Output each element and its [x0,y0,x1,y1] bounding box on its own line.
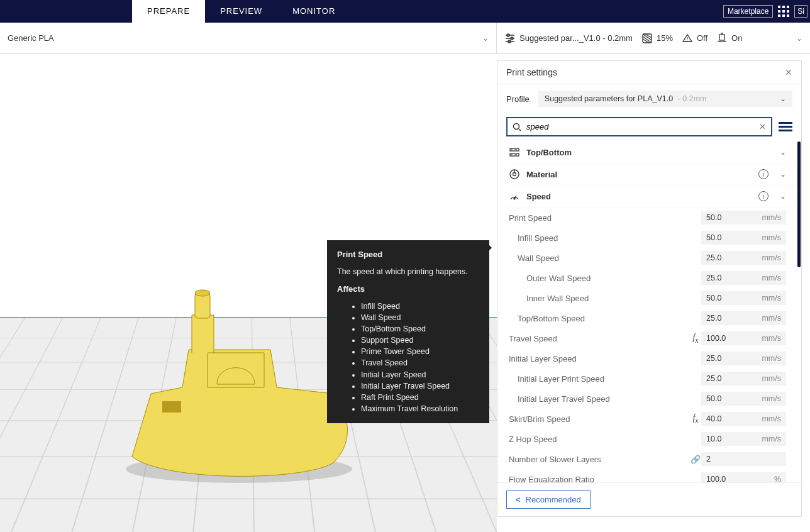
setting-value-input[interactable]: 50.0mm/s [701,231,786,245]
top-navigation: PREPARE PREVIEW MONITOR Marketplace Si [0,0,810,23]
profile-selector[interactable]: Suggested parameters for PLA_V1.0 - 0.2m… [538,91,792,107]
adhesion-value: On [731,33,742,43]
section-label: Speed [526,192,752,201]
scrollbar[interactable] [797,141,801,267]
close-icon[interactable]: ✕ [785,67,792,77]
support-quick[interactable]: Off [682,33,707,44]
infill-quick[interactable]: 15% [641,33,673,44]
setting-value-input[interactable]: 25.0mm/s [701,372,786,385]
setting-value-input[interactable]: 100.0% [701,472,786,482]
adhesion-quick[interactable]: On [716,33,742,44]
section-top-bottom[interactable]: Top/Bottom ⌄ [506,141,797,163]
material-selector[interactable]: Generic PLA ⌄ [0,23,497,53]
top-bottom-icon [509,147,520,158]
setting-row: Initial Layer Print Speed25.0mm/s [506,369,797,389]
profile-quick-label: Suggested par..._V1.0 - 0.2mm [519,33,633,43]
info-icon[interactable]: i [758,169,768,179]
setting-row: Top/Bottom Speed25.0mm/s [506,308,797,328]
toolbar: Generic PLA ⌄ Suggested par..._V1.0 - 0.… [0,23,810,54]
chevron-left-icon: < [516,495,521,504]
tooltip-affects-item: Prime Tower Speed [361,346,479,357]
setting-label: Skirt/Brim Speed [509,414,690,424]
section-label: Material [526,170,752,179]
formula-icon[interactable]: fx [690,413,701,425]
apps-grid-icon[interactable] [777,4,791,18]
section-material[interactable]: Material i ⌄ [506,163,797,186]
svg-point-26 [514,198,515,199]
material-icon [509,169,520,180]
setting-value-input[interactable]: 50.0mm/s [701,211,786,224]
clear-search-icon[interactable]: ✕ [759,122,766,131]
chevron-down-icon: ⌄ [780,192,786,201]
setting-value-input[interactable]: 40.0mm/s [701,412,786,426]
section-label: Top/Bottom [526,148,774,157]
setting-row: Initial Layer Travel Speed50.0mm/s [506,389,797,409]
setting-label: Z Hop Speed [509,435,690,444]
search-input[interactable] [526,122,754,131]
setting-value-input[interactable]: 25.0mm/s [701,352,786,365]
svg-point-16 [514,123,519,129]
print-overrides-bar[interactable]: Suggested par..._V1.0 - 0.2mm 15% Off On… [497,23,810,53]
setting-value-input[interactable]: 25.0mm/s [701,251,786,265]
setting-row: Skirt/Brim Speedfx40.0mm/s [506,409,797,429]
infill-value: 15% [657,33,673,43]
tab-monitor[interactable]: MONITOR [277,0,350,23]
setting-label: Wall Speed [509,253,690,263]
setting-label: Print Speed [509,213,690,223]
profile-quick[interactable]: Suggested par..._V1.0 - 0.2mm [504,33,633,44]
setting-value-input[interactable]: 50.0mm/s [701,392,786,406]
setting-row: Print Speed50.0mm/s [506,208,797,228]
section-speed[interactable]: Speed i ⌄ [506,186,797,208]
svg-rect-10 [719,35,724,40]
tooltip-affects-item: Initial Layer Speed [361,369,479,380]
support-value: Off [697,33,707,43]
setting-value-input[interactable]: 25.0mm/s [701,271,786,285]
tooltip-affects-item: Maximum Travel Resolution [361,403,479,414]
sliders-icon [504,33,516,44]
setting-label: Number of Slower Layers [509,455,690,464]
setting-row: Flow Equalization Ratio100.0% [506,469,797,482]
setting-row: Travel Speedfx100.0mm/s [506,328,797,348]
tooltip-affects-item: Wall Speed [361,312,479,323]
setting-row: Wall Speed25.0mm/s [506,248,797,268]
setting-value-input[interactable]: 100.0mm/s [701,331,786,345]
chevron-down-icon: ⌄ [780,170,786,179]
search-box[interactable]: ✕ [506,117,772,136]
tooltip-affects-item: Initial Layer Travel Speed [361,380,479,392]
settings-visibility-icon[interactable] [779,120,792,133]
svg-point-14 [195,290,210,296]
tooltip-affects-item: Infill Speed [361,301,479,312]
setting-label: Inner Wall Speed [509,294,690,303]
profile-name: Suggested parameters for PLA_V1.0 [545,94,673,103]
adhesion-icon [716,33,728,44]
setting-row: Outer Wall Speed25.0mm/s [506,268,797,288]
marketplace-button[interactable]: Marketplace [723,5,773,18]
setting-value-input[interactable]: 50.0mm/s [701,291,786,305]
setting-label: Initial Layer Speed [509,354,690,363]
tooltip-affects-item: Raft Print Speed [361,392,479,403]
speed-icon [509,191,520,202]
tooltip-title: Print Speed [337,249,479,261]
tooltip-affects-list: Infill SpeedWall SpeedTop/Bottom SpeedSu… [337,301,479,414]
recommended-button[interactable]: < Recommended [506,490,591,509]
tab-prepare[interactable]: PREPARE [132,0,205,23]
link-icon[interactable]: 🔗 [690,455,701,464]
setting-label: Infill Speed [509,233,690,243]
setting-value-input[interactable]: 25.0mm/s [701,311,786,325]
setting-row: Number of Slower Layers🔗2 [506,449,797,469]
setting-label: Initial Layer Print Speed [509,374,690,384]
tooltip-description: The speed at which printing happens. [337,266,479,277]
support-icon [682,33,693,44]
tab-preview[interactable]: PREVIEW [205,0,277,23]
setting-row: Inner Wall Speed50.0mm/s [506,288,797,308]
info-icon[interactable]: i [758,191,768,201]
formula-icon[interactable]: fx [690,333,701,345]
profile-detail: - 0.2mm [678,94,707,103]
viewport-3d[interactable]: Print Speed The speed at which printing … [0,54,497,532]
tooltip-affects-item: Travel Speed [361,357,479,369]
setting-value-input[interactable]: 2 [701,452,786,466]
chevron-down-icon: ⌄ [482,34,489,43]
setting-row: Z Hop Speed10.0mm/s [506,429,797,449]
setting-value-input[interactable]: 10.0mm/s [701,432,786,446]
signin-button[interactable]: Si [794,5,807,18]
